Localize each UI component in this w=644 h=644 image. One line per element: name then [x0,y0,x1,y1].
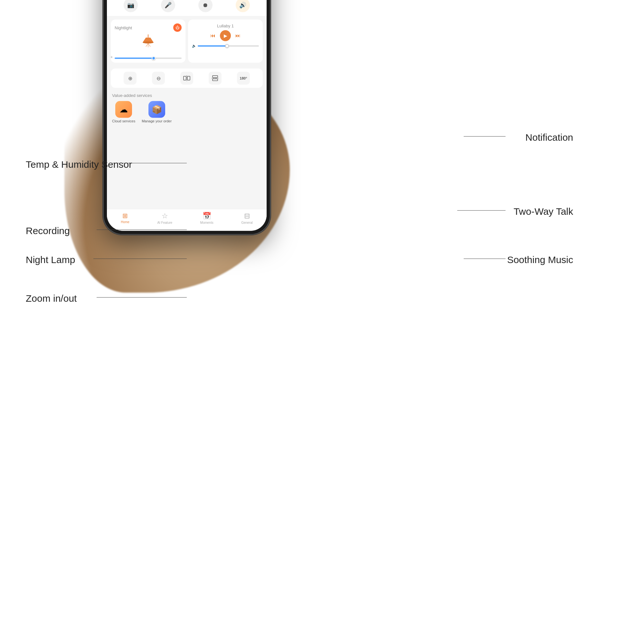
manage-order-item[interactable]: 📦 Manage your order [142,101,172,123]
annotation-line-night-lamp [93,259,187,259]
cloud-services-label: Cloud services [112,119,135,123]
svg-rect-19 [213,79,218,81]
nightlight-label: Nightlight [115,25,132,30]
nightlight-header: Nightlight ⏻ [115,24,182,32]
phone-frame: 9:41 ▌▌▌ 📶 🔋 ‹ Camera 🔔 [103,0,270,235]
annotation-soothing-music: Soothing Music [507,254,573,265]
music-controls: ⏮ ▶ ⏭ [192,30,259,41]
nightlight-power-button[interactable]: ⏻ [173,24,182,32]
speaker-icon: 🔊 [239,2,246,9]
brightness-thumb [152,56,156,60]
prev-button[interactable]: ⏮ [210,33,215,39]
annotation-line-two-way [457,210,506,211]
lullaby-label: Lullaby 1 [192,24,259,28]
mirror-horizontal-button[interactable] [180,72,193,85]
mirror-vertical-button[interactable] [209,72,222,85]
manage-order-label: Manage your order [142,119,172,123]
annotation-line-zoom [97,297,187,298]
microphone-button[interactable]: 🎤 [161,0,175,12]
moments-icon: 📅 [203,212,211,220]
annotation-zoom: Zoom in/out [26,293,77,304]
annotation-line-notification [464,136,506,137]
annotation-line-soothing [464,259,506,259]
lullaby-card: Lullaby 1 ⏮ ▶ ⏭ 🔈 [188,20,263,63]
volume-slider[interactable] [198,45,259,46]
camera-controls-bar: 📷 🎤 ⏺ 🔊 [107,0,267,16]
zoom-out-button[interactable]: ⊖ [152,72,165,85]
general-label: General [241,221,253,224]
services-section: Value-added services ☁ Cloud services 📦 … [107,90,267,126]
svg-rect-15 [184,76,186,80]
brightness-slider[interactable] [115,58,182,59]
nav-moments[interactable]: 📅 Moments [200,212,213,224]
photo-button[interactable]: 📷 [124,0,138,12]
lamp-icon [115,34,182,55]
services-label: Value-added services [112,93,261,98]
nav-ai[interactable]: ☆ AI Feature [157,212,172,224]
annotation-two-way-talk: Two-Way Talk [514,206,573,217]
volume-thumb [225,44,229,48]
home-icon: ⊞ [122,212,128,220]
annotation-recording: Recording [26,225,70,236]
ai-label: AI Feature [157,221,172,224]
next-button[interactable]: ⏭ [235,33,241,39]
phone-screen: 9:41 ▌▌▌ 📶 🔋 ‹ Camera 🔔 [107,0,267,231]
svg-point-11 [143,42,154,43]
nav-general[interactable]: ⊟ General [241,212,253,224]
annotation-line-temp [109,163,187,163]
svg-rect-18 [213,76,218,78]
moments-label: Moments [200,221,213,224]
speaker-button[interactable]: 🔊 [236,0,250,12]
zoom-in-button[interactable]: ⊕ [124,72,137,85]
annotation-notification: Notification [526,132,573,143]
nav-home[interactable]: ⊞ Home [121,212,129,224]
camera-icon: 📷 [127,2,134,9]
record-button[interactable]: ⏺ [198,0,213,12]
volume-row: 🔈 [192,44,259,48]
bottom-navigation: ⊞ Home ☆ AI Feature 📅 Moments ⊟ General [107,209,267,231]
features-row: Nightlight ⏻ [107,16,267,66]
volume-icon: 🔈 [192,44,196,48]
general-icon: ⊟ [244,212,250,220]
rotate-button[interactable]: 180° [237,72,250,85]
mic-icon: 🎤 [165,2,172,9]
zoom-controls: ⊕ ⊖ [111,69,263,88]
cloud-services-item[interactable]: ☁ Cloud services [112,101,135,123]
annotation-temp-humidity: Temp & Humidity Sensor [26,158,132,171]
nightlight-card: Nightlight ⏻ [111,20,185,63]
cloud-services-icon: ☁ [115,101,132,118]
services-row: ☁ Cloud services 📦 Manage your order [112,101,261,123]
home-label: Home [121,220,129,224]
svg-line-12 [146,43,148,47]
ai-icon: ☆ [162,212,168,220]
record-icon: ⏺ [203,2,208,8]
svg-rect-16 [187,76,190,80]
play-button[interactable]: ▶ [220,30,231,41]
svg-line-14 [148,43,150,47]
manage-order-icon: 📦 [148,101,165,118]
annotation-night-lamp: Night Lamp [26,254,75,265]
annotation-line-recording [97,230,187,230]
